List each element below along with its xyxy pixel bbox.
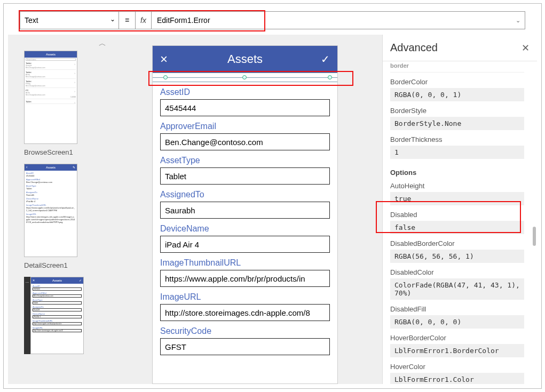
selected-error-label[interactable]: A bbox=[153, 73, 337, 82]
thumb-title: Assets bbox=[46, 51, 56, 58]
hoverbordercolor-value[interactable]: LblFormError1.BorderColor bbox=[390, 344, 524, 357]
imagethumbnailurl-input[interactable]: https://www.apple.com/br/pr/products/in bbox=[160, 270, 330, 287]
scrollbar[interactable] bbox=[533, 61, 536, 237]
equals-label: = bbox=[119, 11, 135, 29]
properties-scroll[interactable]: border BorderColorRGBA(0, 0, 0, 1) Borde… bbox=[383, 61, 532, 384]
section-header: Options bbox=[390, 169, 524, 177]
list-item: TabletSaurabhBen.Change@contoso.com› bbox=[26, 61, 76, 70]
prop-label: BorderStyle bbox=[390, 107, 524, 115]
thumb-search: Search items bbox=[26, 58, 76, 61]
disabledbordercolor-value[interactable]: RGBA(56, 56, 56, 1) bbox=[390, 250, 524, 263]
close-icon[interactable]: ✕ bbox=[522, 42, 530, 54]
field-label: SecurityCode bbox=[160, 326, 330, 336]
prop-label: AutoHeight bbox=[390, 182, 524, 190]
field-label: ImageThumbnailURL bbox=[160, 258, 330, 268]
screen-thumbnails: Assets Search items TabletSaurabhBen.Cha… bbox=[24, 51, 93, 379]
properties-panel: Advanced ✕ border BorderColorRGBA(0, 0, … bbox=[382, 35, 537, 384]
properties-title: Advanced bbox=[390, 42, 438, 54]
bordercolor-value[interactable]: RGBA(0, 0, 0, 1) bbox=[390, 88, 524, 101]
field-label: AssetType bbox=[160, 156, 330, 165]
thumb-title: Assets bbox=[52, 277, 62, 284]
properties-header: Advanced ✕ bbox=[383, 35, 537, 61]
field-label: ApproverEmail bbox=[160, 122, 330, 131]
thumb-header: Assets bbox=[25, 51, 77, 58]
list-item: Tablet› bbox=[26, 100, 76, 104]
list-item: TabletAaronBen.Change@contoso.com› bbox=[26, 70, 76, 79]
phone-preview[interactable]: × Assets ✓ A AssetID4545444 ApproverEmai… bbox=[152, 45, 338, 384]
borderthickness-value[interactable]: 1 bbox=[390, 146, 524, 159]
chevron-down-icon: ⌄ bbox=[110, 15, 115, 23]
list-item: PCAaronBen.Change@contoso.com124000› bbox=[26, 89, 76, 99]
close-icon[interactable]: × bbox=[160, 52, 168, 67]
field-label: AssetID bbox=[160, 87, 330, 97]
field-label: AssignedTo bbox=[160, 190, 330, 199]
assettype-input[interactable]: Tablet bbox=[160, 167, 330, 185]
assetid-input[interactable]: 4545444 bbox=[160, 99, 330, 116]
form-body: AssetID4545444 ApproverEmailBen.Change@c… bbox=[153, 82, 337, 366]
app-window: Text ⌄ = fx EditForm1.Error ⌄ ︿ Assets S… bbox=[3, 3, 542, 389]
thumb-label: BrowseScreen1 bbox=[24, 148, 93, 156]
chevron-down-icon[interactable]: ⌄ bbox=[516, 17, 520, 24]
thumb-browse[interactable]: Assets Search items TabletSaurabhBen.Cha… bbox=[24, 51, 93, 156]
prop-label: BorderThickness bbox=[390, 135, 524, 143]
devicename-input[interactable]: iPad Air 4 bbox=[160, 236, 330, 253]
formula-bar: Text ⌄ = fx EditForm1.Error ⌄ bbox=[20, 11, 525, 29]
prop-label: DisabledFill bbox=[390, 305, 524, 313]
thumb-header: × Assets ✓ bbox=[31, 277, 83, 284]
prop-label: HoverBorderColor bbox=[390, 334, 524, 342]
disabledfill-value[interactable]: RGBA(0, 0, 0, 0) bbox=[390, 315, 524, 329]
field-label: ImageURL bbox=[160, 292, 330, 302]
property-dropdown-value: Text bbox=[25, 16, 38, 25]
securitycode-input[interactable]: GFST bbox=[160, 338, 330, 355]
thumb-detail[interactable]: ‹ Assets ✎ AssetID4545444 ApproverEMailB… bbox=[24, 164, 93, 269]
field-label: DeviceName bbox=[160, 224, 330, 234]
phone-title: Assets bbox=[227, 52, 263, 66]
edit-icon: ✎ bbox=[73, 164, 75, 171]
thumb-side: ... bbox=[24, 277, 30, 354]
prop-label: Disabled bbox=[390, 211, 524, 219]
disabled-value[interactable]: false bbox=[390, 221, 524, 234]
fx-icon: fx bbox=[135, 11, 151, 29]
prop-label: DisabledBorderColor bbox=[390, 239, 524, 247]
thumb-header: ‹ Assets ✎ bbox=[25, 164, 77, 171]
thumb-label: DetailScreen1 bbox=[24, 261, 93, 269]
close-icon: × bbox=[33, 277, 35, 284]
back-icon: ‹ bbox=[26, 164, 27, 171]
borderstyle-value[interactable]: BorderStyle.None bbox=[390, 117, 524, 130]
imageurl-input[interactable]: http://store.storeimages.cdn-apple.com/8 bbox=[160, 304, 330, 321]
formula-input[interactable]: EditForm1.Error ⌄ bbox=[151, 11, 525, 29]
prop-label: BorderColor bbox=[390, 78, 524, 86]
formula-text: EditForm1.Error bbox=[157, 16, 210, 25]
property-dropdown[interactable]: Text ⌄ bbox=[20, 11, 119, 29]
hovercolor-value[interactable]: LblFormError1.Color bbox=[390, 373, 524, 384]
chevron-up-icon[interactable]: ︿ bbox=[99, 39, 106, 49]
prop-label: DisabledColor bbox=[390, 268, 524, 276]
section-peek: border bbox=[390, 61, 524, 73]
check-icon: ✓ bbox=[79, 277, 82, 284]
phone-header: × Assets ✓ bbox=[153, 46, 337, 73]
thumb-edit[interactable]: ... × Assets ✓ AssetID4545444 ApproverEM… bbox=[24, 277, 93, 354]
list-item: TabletPinkeyBen.Change@contoso.com› bbox=[26, 79, 76, 88]
thumb-title: Assets bbox=[46, 164, 56, 171]
prop-label: HoverColor bbox=[390, 363, 524, 371]
disabledcolor-value[interactable]: ColorFade(RGBA(47, 41, 43, 1), 70%) bbox=[390, 278, 524, 300]
canvas-area: ︿ Assets Search items TabletSaurabhBen.C… bbox=[8, 35, 537, 384]
approveremail-input[interactable]: Ben.Change@contoso.com bbox=[160, 133, 330, 150]
check-icon[interactable]: ✓ bbox=[321, 53, 330, 66]
assignedto-input[interactable]: Saurabh bbox=[160, 202, 330, 219]
autoheight-value[interactable]: true bbox=[390, 192, 524, 205]
